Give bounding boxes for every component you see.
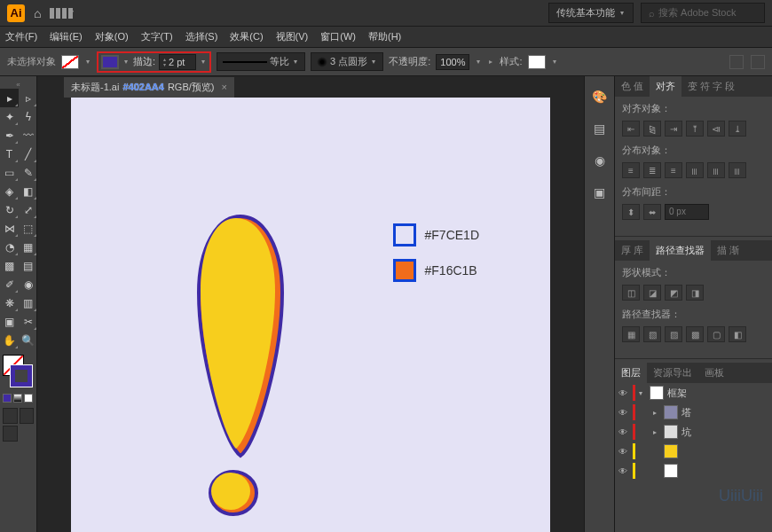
curvature-tool[interactable]: 〰 <box>19 126 37 145</box>
layer-row[interactable]: 👁 <box>615 442 772 461</box>
tab-artboards[interactable]: 画板 <box>698 363 730 383</box>
search-input[interactable]: ⌕ 搜索 Adobe Stock <box>641 3 765 23</box>
mesh-tool[interactable]: ▩ <box>0 256 19 275</box>
color-panel-icon[interactable]: 🎨 <box>590 87 610 106</box>
tab-library[interactable]: 厚 库 <box>615 240 650 261</box>
visibility-icon[interactable]: 👁 <box>618 427 629 437</box>
dist-hspace-icon[interactable]: ⬌ <box>643 204 661 220</box>
shape-builder-tool[interactable]: ◔ <box>0 238 19 256</box>
layer-name[interactable]: 坑 <box>681 426 691 439</box>
unite-icon[interactable]: ◫ <box>622 285 640 301</box>
perspective-tool[interactable]: ▦ <box>19 238 37 256</box>
style-swatch[interactable] <box>528 55 546 69</box>
tab-align[interactable]: 对齐 <box>650 76 681 97</box>
direct-selection-tool[interactable]: ▹ <box>19 89 37 107</box>
artboard-tool[interactable]: ▣ <box>0 312 19 331</box>
tab-transform[interactable]: 变 符 字 段 <box>681 76 741 97</box>
chevron-down-icon[interactable]: ▾ <box>200 58 207 66</box>
blend-tool[interactable]: ◉ <box>19 275 37 293</box>
magic-wand-tool[interactable]: ✦ <box>0 107 19 126</box>
doc-setup-icon[interactable] <box>729 55 744 69</box>
workspace-switcher[interactable]: 传统基本功能 ▾ <box>548 3 634 23</box>
intersect-icon[interactable]: ◩ <box>665 285 682 301</box>
slice-tool[interactable]: ✂ <box>19 312 37 331</box>
width-tool[interactable]: ⋈ <box>0 219 19 238</box>
chevron-down-icon[interactable]: ▾ <box>551 58 558 66</box>
paintbrush-tool[interactable]: ✎ <box>19 163 37 182</box>
rectangle-tool[interactable]: ▭ <box>0 163 19 182</box>
draw-behind-icon[interactable] <box>20 408 35 424</box>
preferences-icon[interactable] <box>751 55 765 69</box>
gradient-tool[interactable]: ▤ <box>19 256 37 275</box>
brush-dropdown[interactable]: 3 点圆形 ▾ <box>311 52 383 71</box>
home-icon[interactable]: ⌂ <box>34 6 41 20</box>
merge-icon[interactable]: ▨ <box>665 326 682 342</box>
divide-icon[interactable]: ▦ <box>622 326 640 342</box>
outline-icon[interactable]: ▢ <box>707 326 725 342</box>
menu-select[interactable]: 选择(S) <box>185 30 218 43</box>
stroke-swatch[interactable] <box>101 55 119 69</box>
dist-right-icon[interactable]: ⫼ <box>729 162 746 178</box>
line-tool[interactable]: ╱ <box>19 145 37 163</box>
align-bottom-icon[interactable]: ⤓ <box>729 121 746 137</box>
chevron-down-icon[interactable]: ▾ <box>84 58 91 66</box>
arrange-documents-icon[interactable]: ▾ <box>50 5 76 21</box>
gradient-mode-icon[interactable] <box>13 394 22 403</box>
menu-help[interactable]: 帮助(H) <box>368 30 401 43</box>
exclude-icon[interactable]: ◨ <box>686 285 704 301</box>
dist-vcenter-icon[interactable]: ≣ <box>643 162 661 178</box>
chevron-down-icon[interactable]: ▾ <box>475 58 482 66</box>
crop-icon[interactable]: ▩ <box>686 326 704 342</box>
menu-view[interactable]: 视图(V) <box>276 30 309 43</box>
dist-left-icon[interactable]: ⫼ <box>686 162 704 178</box>
libraries-panel-icon[interactable]: ▣ <box>590 183 610 202</box>
properties-panel-icon[interactable]: ▤ <box>590 119 610 138</box>
align-top-icon[interactable]: ⤒ <box>686 121 704 137</box>
rotate-tool[interactable]: ↻ <box>0 200 19 219</box>
layer-name[interactable]: 框架 <box>667 387 687 400</box>
layer-name[interactable]: 塔 <box>681 406 691 419</box>
align-right-icon[interactable]: ⇥ <box>665 121 682 137</box>
dist-vspace-icon[interactable]: ⬍ <box>622 204 640 220</box>
dist-top-icon[interactable]: ≡ <box>622 162 640 178</box>
visibility-icon[interactable]: 👁 <box>618 447 629 457</box>
menu-object[interactable]: 对象(O) <box>95 30 129 43</box>
pen-tool[interactable]: ✒ <box>0 126 19 145</box>
visibility-icon[interactable]: 👁 <box>618 466 629 476</box>
fill-stroke-indicator[interactable] <box>3 355 34 387</box>
free-transform-tool[interactable]: ⬚ <box>19 219 37 238</box>
spacing-input[interactable]: 0 px <box>665 204 709 220</box>
layer-row[interactable]: 👁 ▸ 塔 <box>615 403 772 422</box>
symbol-sprayer-tool[interactable]: ❋ <box>0 293 19 312</box>
lasso-tool[interactable]: ϟ <box>19 107 37 126</box>
screen-mode-icon[interactable] <box>3 426 18 442</box>
eraser-tool[interactable]: ◧ <box>19 182 37 200</box>
fill-swatch[interactable] <box>61 55 79 69</box>
align-hcenter-icon[interactable]: ⧎ <box>643 121 661 137</box>
zoom-tool[interactable]: 🔍 <box>19 331 37 349</box>
menu-edit[interactable]: 编辑(E) <box>50 30 83 43</box>
chevron-down-icon[interactable]: ▾ <box>122 58 130 66</box>
expand-arrow-icon[interactable]: ▸ <box>653 428 660 436</box>
none-mode-icon[interactable] <box>24 394 33 403</box>
type-tool[interactable]: T <box>0 145 19 163</box>
dist-bottom-icon[interactable]: ≡ <box>665 162 682 178</box>
layer-row[interactable]: 👁 <box>615 461 772 481</box>
color-mode-icon[interactable] <box>3 394 12 403</box>
stroke-weight-input[interactable]: ▴▾ 2 pt <box>159 54 196 70</box>
minus-back-icon[interactable]: ◧ <box>729 326 746 342</box>
opacity-input[interactable]: 100% <box>436 54 469 70</box>
eyedropper-tool[interactable]: ✐ <box>0 275 19 293</box>
draw-normal-icon[interactable] <box>3 408 18 424</box>
layer-row[interactable]: 👁 ▾ 框架 <box>615 383 772 403</box>
trim-icon[interactable]: ▧ <box>643 326 661 342</box>
expand-arrow-icon[interactable]: ▾ <box>639 389 646 397</box>
menu-window[interactable]: 窗口(W) <box>320 30 356 43</box>
artboard[interactable]: #F7CE1D #F16C1B <box>71 98 550 532</box>
chevron-right-icon[interactable]: ▸ <box>487 58 494 66</box>
close-icon[interactable]: × <box>221 82 226 92</box>
align-left-icon[interactable]: ⇤ <box>622 121 640 137</box>
stroke-indicator[interactable] <box>11 365 32 387</box>
expand-arrow-icon[interactable]: ▸ <box>653 409 660 417</box>
tab-layers[interactable]: 图层 <box>615 363 647 383</box>
